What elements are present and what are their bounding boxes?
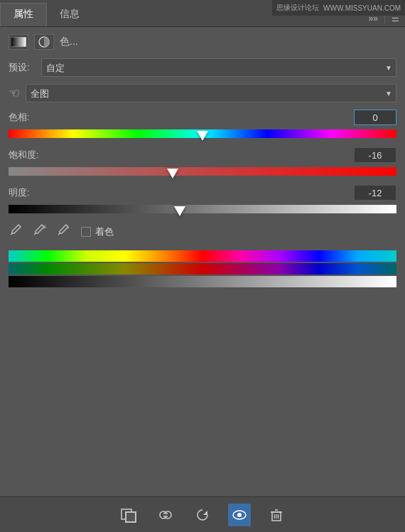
hue-slider[interactable] [9,128,396,137]
link-button[interactable] [154,504,177,526]
gradient-icon [11,37,26,47]
hue-header: 色相: [9,110,396,125]
svg-rect-9 [126,512,136,522]
color-spectrum-bar [9,263,396,275]
visibility-button[interactable] [228,504,251,526]
lightness-section: 明度: [9,185,396,214]
color-bars [9,250,396,287]
channel-row: ☜ 全图 红色 黄色 绿色 青色 蓝色 洋红 ▼ [9,84,396,102]
hue-spectrum-bar [9,250,396,262]
lightness-label: 明度: [9,186,30,199]
saturation-slider[interactable] [9,166,396,174]
hue-section: 色相: [9,110,396,139]
add-eyedropper-icon[interactable]: + [33,223,47,240]
lightness-slider-wrapper [9,203,396,214]
mask-button[interactable] [117,504,140,526]
svg-point-18 [237,513,242,517]
svg-line-6 [58,233,60,235]
gradient-map-icon-btn[interactable] [9,34,28,50]
tab-info[interactable]: 信息 [47,4,92,26]
hue-slider-wrapper [9,128,396,139]
watermark-text2: WWW.MISSYUAN.COM [323,4,401,12]
svg-line-4 [34,233,36,235]
main-content: 色... 预设: 自定 默认值 强饱和度 弱饱和度 ▼ ☜ 全图 红色 黄色 绿… [0,27,405,496]
preset-select[interactable]: 自定 默认值 强饱和度 弱饱和度 [41,58,396,77]
circle-icon [38,36,50,48]
subtract-eyedropper-icon[interactable]: - [57,223,71,240]
saturation-value-input[interactable] [354,147,396,163]
hue-value-input[interactable] [354,110,396,125]
watermark-text1: 思缘设计论坛 [276,3,319,13]
reset-button[interactable] [191,504,214,526]
svg-text:+: + [43,223,47,231]
bw-bar [9,276,396,287]
svg-text:-: - [67,223,69,231]
svg-line-3 [11,233,12,235]
finger-icon[interactable]: ☜ [9,85,20,101]
lightness-value-input[interactable] [354,185,396,201]
svg-rect-0 [11,37,26,47]
panel-title: 色... [60,36,78,48]
saturation-slider-wrapper [9,166,396,176]
channel-select-wrapper: 全图 红色 黄色 绿色 青色 蓝色 洋红 ▼ [26,84,396,102]
tools-row: + - 着色 [9,223,396,240]
saturation-label: 饱和度: [9,149,39,161]
channel-select[interactable]: 全图 红色 黄色 绿色 青色 蓝色 洋红 [26,84,396,102]
tab-properties[interactable]: 属性 [0,3,47,26]
preset-row: 预设: 自定 默认值 强饱和度 弱饱和度 ▼ [9,58,396,77]
bottom-toolbar [0,496,405,532]
saturation-section: 饱和度: [9,147,396,176]
colorize-row: 着色 [81,225,114,238]
lightness-header: 明度: [9,185,396,201]
preset-select-wrapper: 自定 默认值 强饱和度 弱饱和度 ▼ [41,58,396,77]
saturation-header: 饱和度: [9,147,396,163]
preset-label: 预设: [9,61,36,74]
colorize-checkbox[interactable] [81,227,91,237]
watermark-bar: 思缘设计论坛 WWW.MISSYUAN.COM [272,0,405,16]
colorize-label: 着色 [95,225,114,238]
hue-label: 色相: [9,111,30,124]
circle-icon-btn[interactable] [34,34,54,50]
eyedropper-icon[interactable] [9,223,23,240]
delete-button[interactable] [265,504,288,526]
svg-marker-16 [203,511,207,515]
icon-row: 色... [9,34,396,50]
lightness-slider[interactable] [9,203,396,212]
